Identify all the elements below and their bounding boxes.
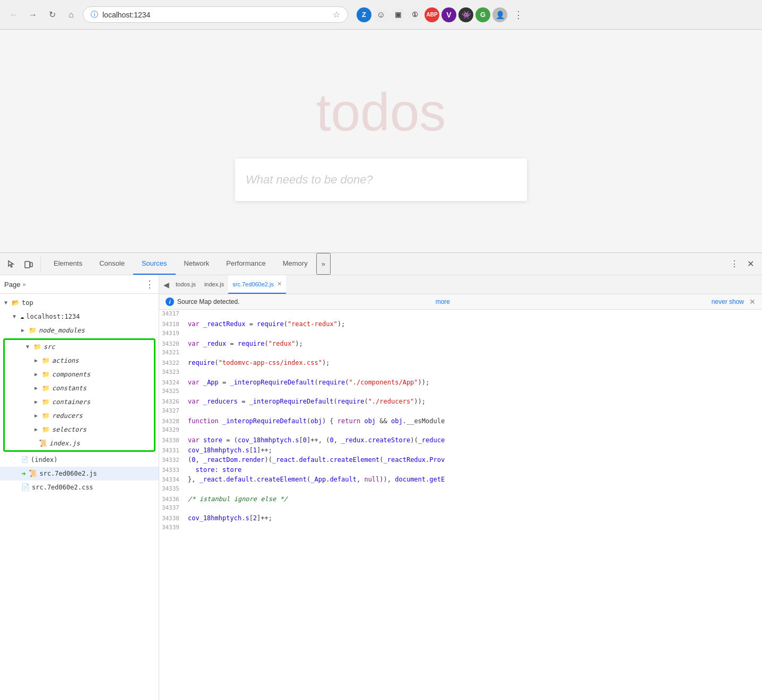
home-button[interactable]: ⌂	[64, 7, 79, 22]
tree-label-containers: containers	[52, 396, 90, 408]
ext-avatar[interactable]: 👤	[492, 7, 507, 22]
file-icon-src-css: 📄	[21, 482, 30, 493]
ext-smiley[interactable]: ☺	[374, 7, 388, 22]
tab-close-icon[interactable]: ✕	[277, 281, 282, 287]
customize-devtools-button[interactable]: ⋮	[727, 257, 742, 272]
code-panel: ◀ todos.js index.js src.7ed060e2.js ✕ i …	[159, 275, 762, 700]
line-number: 34325	[159, 387, 186, 396]
inspect-element-button[interactable]	[4, 257, 19, 272]
reload-button[interactable]: ↻	[45, 7, 59, 22]
code-line-34338: 34338 cov_18hmhptych.s[2]++;	[159, 513, 762, 523]
line-content: (0, _reactDom.render)(_react.default.cre…	[186, 455, 762, 465]
tree-label-src-js: src.7ed060e2.js	[39, 468, 97, 479]
banner-text: Source Map detected.	[177, 298, 432, 305]
source-map-banner: i Source Map detected. more never show ✕	[159, 294, 762, 310]
code-area[interactable]: 34317 34318 var _reactRedux = require("r…	[159, 310, 762, 700]
tree-item-containers[interactable]: ▶ 📁 containers	[5, 395, 154, 409]
ext-z[interactable]: Z	[357, 7, 371, 22]
tree-item-top[interactable]: ▼ 📂 top	[0, 296, 159, 310]
folder-arrow-top: ▼	[4, 297, 10, 309]
line-number: 34320	[159, 340, 186, 349]
back-button[interactable]: ←	[6, 7, 21, 22]
chrome-menu-button[interactable]: ⋮	[512, 7, 525, 23]
forward-button[interactable]: →	[25, 7, 40, 22]
tree-item-constants[interactable]: ▶ 📁 constants	[5, 381, 154, 395]
ext-abp[interactable]: ABP	[425, 7, 439, 22]
code-line-34330: 34330 var store = (cov_18hmhptych.s[0]++…	[159, 435, 762, 445]
line-number: 34324	[159, 379, 186, 388]
code-nav-left[interactable]: ◀	[161, 278, 171, 291]
banner-more-link[interactable]: more	[436, 298, 450, 305]
tree-item-node-modules[interactable]: ▶ 📁 node_modules	[0, 323, 159, 337]
panel-chevron: »	[22, 281, 25, 287]
tree-item-localhost[interactable]: ▼ ☁ localhost:1234	[0, 310, 159, 323]
line-number: 34339	[159, 523, 186, 532]
file-icon-index-js: 📜	[39, 438, 47, 449]
tab-more-button[interactable]: »	[316, 253, 331, 275]
tree-label-index-js: index.js	[49, 438, 80, 449]
code-line-34333: 34333 store: store	[159, 465, 762, 475]
ext-tab[interactable]: ▣	[391, 7, 405, 22]
code-line-34337: 34337	[159, 504, 762, 513]
code-line-34320: 34320 var _redux = require("redux");	[159, 339, 762, 349]
ext-grammarly[interactable]: G	[475, 7, 490, 22]
tree-item-components[interactable]: ▶ 📁 components	[5, 368, 154, 381]
tab-elements[interactable]: Elements	[45, 253, 91, 275]
code-line-34331: 34331 cov_18hmhptych.s[1]++;	[159, 445, 762, 456]
address-bar[interactable]: ⓘ localhost:1234 ☆	[83, 6, 348, 23]
todo-input-area[interactable]: What needs to be done?	[235, 159, 527, 201]
tab-console[interactable]: Console	[91, 253, 133, 275]
code-line-34334: 34334 }, _react.default.createElement(_A…	[159, 475, 762, 485]
banner-never-show-link[interactable]: never show	[712, 298, 744, 305]
tree-item-actions[interactable]: ▶ 📁 actions	[5, 354, 154, 368]
tree-item-index[interactable]: 📄 (index)	[0, 453, 159, 467]
line-content: cov_18hmhptych.s[1]++;	[186, 445, 762, 455]
todo-input-placeholder: What needs to be done?	[235, 173, 384, 187]
tree-item-src[interactable]: ▼ 📁 src	[5, 340, 154, 354]
line-number: 34321	[159, 348, 186, 357]
folder-arrow-selectors: ▶	[34, 424, 40, 435]
tab-memory[interactable]: Memory	[274, 253, 316, 275]
folder-arrow-localhost: ▼	[13, 311, 18, 322]
folder-icon-components: 📁	[42, 369, 50, 380]
line-content: store: store	[186, 465, 762, 475]
ext-vuejs[interactable]: V	[441, 7, 456, 22]
line-number: 34334	[159, 476, 186, 485]
code-tab-todos[interactable]: todos.js	[171, 275, 200, 294]
tab-performance[interactable]: Performance	[218, 253, 274, 275]
code-line-34322: 34322 require("todomvc-app-css/index.css…	[159, 358, 762, 368]
tree-label-components: components	[52, 369, 90, 380]
tree-item-selectors[interactable]: ▶ 📁 selectors	[5, 423, 154, 436]
banner-close-button[interactable]: ✕	[749, 298, 756, 306]
code-tab-index[interactable]: index.js	[200, 275, 228, 294]
tree-item-reducers[interactable]: ▶ 📁 reducers	[5, 409, 154, 423]
code-line-34321: 34321	[159, 348, 762, 358]
ext-info[interactable]: ①	[408, 7, 422, 22]
tab-network[interactable]: Network	[176, 253, 218, 275]
tab-sources[interactable]: Sources	[133, 253, 176, 275]
tree-item-index-js[interactable]: 📜 index.js	[5, 436, 154, 450]
line-number: 34318	[159, 320, 186, 329]
folder-arrow-actions: ▶	[34, 355, 40, 366]
tree-label-top: top	[22, 297, 33, 309]
folder-arrow-constants: ▶	[34, 382, 40, 394]
bookmark-icon[interactable]: ☆	[333, 10, 340, 20]
device-toolbar-button[interactable]	[21, 257, 36, 272]
line-number: 34329	[159, 426, 186, 435]
tree-label-src: src	[44, 341, 55, 353]
folder-icon-actions: 📁	[42, 355, 50, 366]
code-tab-src[interactable]: src.7ed060e2.js ✕	[228, 275, 286, 294]
tree-item-src-js[interactable]: ➜ 📜 src.7ed060e2.js	[0, 467, 159, 480]
close-devtools-button[interactable]: ✕	[743, 257, 758, 272]
banner-spacer	[453, 298, 708, 305]
panel-options-button[interactable]: ⋮	[145, 278, 154, 290]
cloud-icon: ☁	[20, 311, 24, 322]
folder-arrow-containers: ▶	[34, 396, 40, 408]
line-number: 34337	[159, 504, 186, 513]
ext-alien[interactable]: 👾	[458, 7, 473, 22]
line-number: 34328	[159, 417, 186, 426]
tree-item-src-css[interactable]: 📄 src.7ed060e2.css	[0, 480, 159, 494]
devtools-body: Page » ⋮ ▼ 📂 top ▼ ☁ localhost:1234	[0, 275, 762, 700]
tree-label-selectors: selectors	[52, 424, 86, 435]
file-tree: ▼ 📂 top ▼ ☁ localhost:1234 ▶ 📁 node_modu…	[0, 294, 159, 700]
